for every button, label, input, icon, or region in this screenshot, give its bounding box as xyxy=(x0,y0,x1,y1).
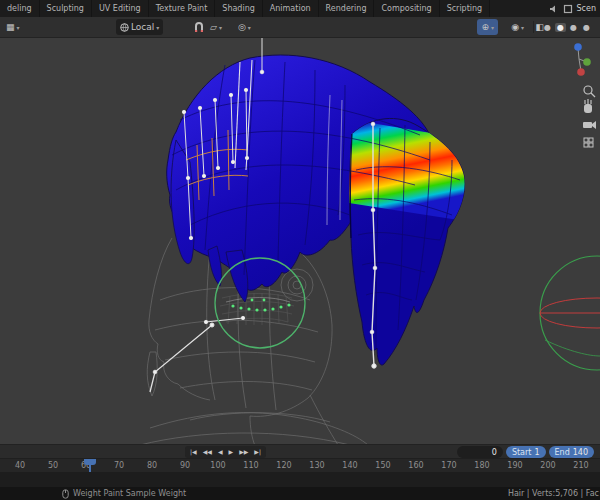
shading-material-button[interactable]: ● xyxy=(568,23,579,32)
play-reverse-button[interactable]: ◀ xyxy=(215,446,226,458)
speaker-icon xyxy=(549,4,559,14)
viewport-header: ▦ ▾ Local ▾ ▱ ▾ ◎ ▾ ⊕ ▾ ◉ ▾ ◧ ● ● xyxy=(0,17,600,38)
frame-start-field[interactable]: Start 1 xyxy=(506,446,546,458)
chevron-down-icon: ▾ xyxy=(219,24,222,31)
proportional-edit-icon: ◎ xyxy=(238,19,246,35)
next-keyframe-button[interactable]: ▶▶ xyxy=(236,446,251,458)
ruler-number: 140 xyxy=(336,461,364,470)
timeline-fields: 0 Start 1 End 140 xyxy=(457,446,594,458)
editor-type-button[interactable]: ▦ ▾ xyxy=(2,19,24,35)
overlays-dropdown[interactable]: ◉ ▾ xyxy=(507,19,528,35)
chevron-down-icon: ▾ xyxy=(491,24,494,31)
workspace-tab-sculpting[interactable]: Sculpting xyxy=(40,0,92,17)
statusbar-left: Weight Paint Sample Weight xyxy=(62,489,186,499)
overlays-icon: ◉ xyxy=(511,19,519,35)
ruler-number: 90 xyxy=(171,461,199,470)
editor-type-icon: ▦ xyxy=(6,19,15,35)
jump-end-button[interactable]: ▶| xyxy=(251,446,264,458)
scene-stats-text: Hair | Verts:5,706 | Fac xyxy=(508,489,600,498)
transform-orientation-dropdown[interactable]: Local ▾ xyxy=(116,19,163,35)
play-button[interactable]: ▶ xyxy=(226,446,237,458)
workspace-tab-rendering[interactable]: Rendering xyxy=(319,0,375,17)
ruler-number: 110 xyxy=(237,461,265,470)
timeline-track-area[interactable] xyxy=(0,472,600,487)
workspace-tabs: delingSculptingUV EditingTexture PaintSh… xyxy=(0,0,549,17)
ruler-number: 190 xyxy=(501,461,529,470)
playback-controls: |◀◀◀◀▶▶▶▶| xyxy=(185,446,266,458)
end-label: End xyxy=(555,448,570,457)
scene-selector[interactable]: Scen xyxy=(577,0,596,17)
ruler-number: 160 xyxy=(402,461,430,470)
ruler-number: 80 xyxy=(138,461,166,470)
globe-icon xyxy=(120,23,129,32)
mouse-icon xyxy=(62,489,69,499)
chevron-down-icon: ▾ xyxy=(17,24,20,31)
timeline-ruler[interactable]: 4050607080901001101201301401501601701801… xyxy=(0,458,600,472)
ruler-number: 40 xyxy=(6,461,34,470)
topbar-right: Scen xyxy=(549,0,600,17)
start-value: 1 xyxy=(534,448,539,457)
chevron-down-icon: ▾ xyxy=(521,24,524,31)
orientation-label: Local xyxy=(131,22,154,32)
gizmo-icon: ⊕ xyxy=(481,19,489,35)
snap-settings-dropdown[interactable]: ▱ ▾ xyxy=(206,19,226,35)
current-frame-field[interactable]: 0 xyxy=(457,446,503,458)
current-frame-value: 0 xyxy=(492,448,497,457)
workspace-tab-animation[interactable]: Animation xyxy=(263,0,319,17)
topbar: delingSculptingUV EditingTexture PaintSh… xyxy=(0,0,600,17)
ruler-number: 200 xyxy=(534,461,562,470)
proportional-edit-dropdown[interactable]: ◎ ▾ xyxy=(234,19,255,35)
shading-wireframe-button[interactable]: ● xyxy=(542,23,553,32)
chevron-down-icon: ▾ xyxy=(248,24,251,31)
workspace-tab-compositing[interactable]: Compositing xyxy=(374,0,439,17)
ruler-number: 180 xyxy=(468,461,496,470)
magnet-icon xyxy=(194,22,204,32)
jump-start-button[interactable]: |◀ xyxy=(187,446,200,458)
ruler-number: 130 xyxy=(303,461,331,470)
ruler-number: 70 xyxy=(105,461,133,470)
prev-keyframe-button[interactable]: ◀◀ xyxy=(200,446,215,458)
ruler-number: 120 xyxy=(270,461,298,470)
keymap-hint-text: Weight Paint Sample Weight xyxy=(73,489,186,498)
workspace-tab-shading[interactable]: Shading xyxy=(215,0,263,17)
workspace-tab-uv-editing[interactable]: UV Editing xyxy=(92,0,149,17)
shading-rendered-button[interactable]: ● xyxy=(581,23,592,32)
viewport-3d[interactable] xyxy=(0,38,600,444)
snap-target-icon: ▱ xyxy=(210,19,217,35)
frame-end-field[interactable]: End 140 xyxy=(549,446,594,458)
show-gizmo-toggle[interactable]: ⊕ ▾ xyxy=(477,19,498,35)
workspace-tab-texture-paint[interactable]: Texture Paint xyxy=(149,0,216,17)
workspace-tab-scripting[interactable]: Scripting xyxy=(440,0,491,17)
ruler-number: 100 xyxy=(204,461,232,470)
end-value: 140 xyxy=(573,448,588,457)
ruler-number: 150 xyxy=(369,461,397,470)
statusbar: Weight Paint Sample Weight Hair | Verts:… xyxy=(0,487,600,500)
timeline-header: |◀◀◀◀▶▶▶▶| 0 Start 1 End 140 xyxy=(0,444,600,458)
ruler-number: 170 xyxy=(435,461,463,470)
ruler-number: 210 xyxy=(567,461,595,470)
scene-icon xyxy=(563,4,573,14)
workspace-tab-deling[interactable]: deling xyxy=(0,0,40,17)
start-label: Start xyxy=(512,448,532,457)
shading-solid-button[interactable]: ● xyxy=(555,23,566,32)
chevron-down-icon: ▾ xyxy=(156,24,159,31)
shading-mode-group: ● ● ● ● xyxy=(538,19,596,35)
ruler-number: 50 xyxy=(39,461,67,470)
